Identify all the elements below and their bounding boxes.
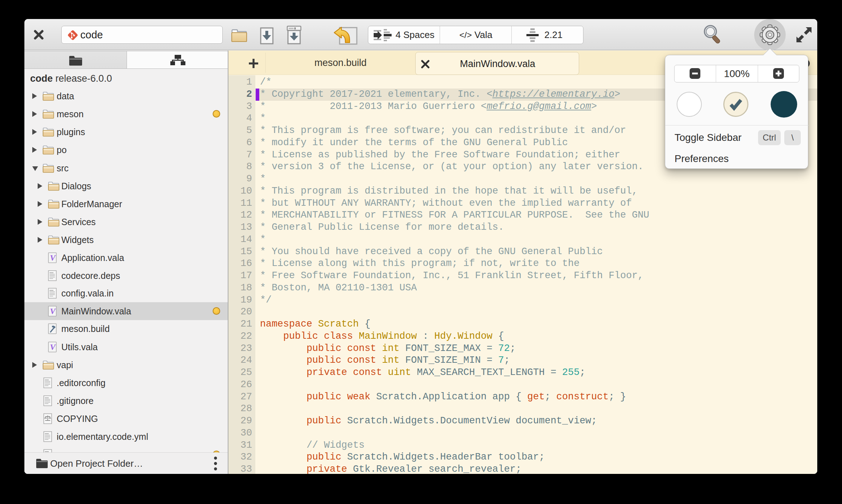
svg-text:V: V bbox=[50, 253, 56, 262]
svg-text:V: V bbox=[50, 343, 56, 352]
svg-text:V: V bbox=[50, 307, 56, 316]
